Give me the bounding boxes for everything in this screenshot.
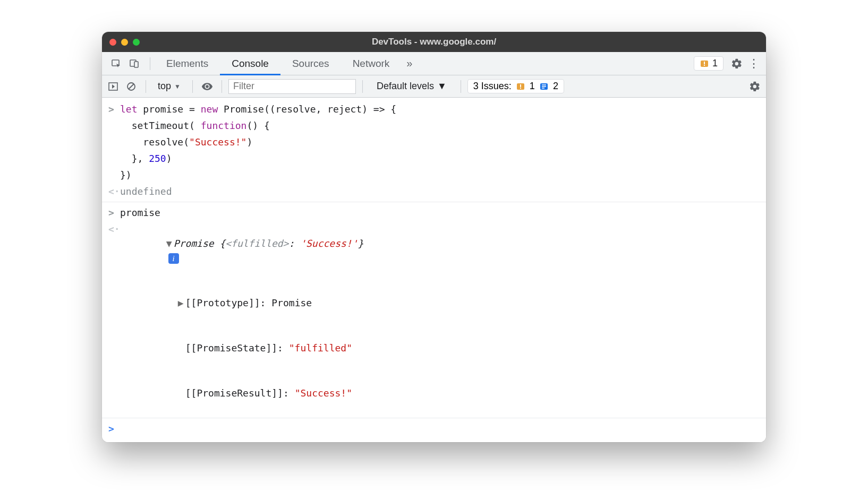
info-icon — [539, 82, 549, 91]
prompt-chevron-icon: > — [108, 421, 120, 436]
close-window-button[interactable] — [109, 39, 116, 46]
warning-icon — [700, 59, 709, 68]
console-output[interactable]: > let promise = new Promise((resolve, re… — [102, 98, 766, 442]
object-summary[interactable]: ▼Promise {<fulfilled>: 'Success!'} i — [120, 222, 363, 279]
object-property-row: [[PromiseResult]]: "Success!" — [102, 370, 766, 416]
tab-sources[interactable]: Sources — [280, 52, 341, 75]
svg-rect-5 — [704, 65, 705, 66]
code-line: }) — [120, 168, 132, 182]
divider — [146, 80, 146, 93]
code-line: promise — [120, 205, 160, 220]
svg-rect-11 — [520, 88, 521, 89]
expand-toggle-icon[interactable]: ▶ — [178, 296, 185, 310]
device-toolbar-icon[interactable] — [126, 56, 142, 72]
console-input-row: resolve("Success!") — [102, 134, 766, 150]
console-input-row: setTimeout( function() { — [102, 117, 766, 134]
issues-button[interactable]: 3 Issues: 1 2 — [467, 79, 564, 93]
log-levels-selector[interactable]: Default levels ▼ — [369, 81, 454, 92]
issues-label: 3 Issues: — [473, 81, 512, 92]
divider — [150, 57, 150, 70]
svg-rect-10 — [520, 84, 521, 87]
svg-rect-4 — [704, 62, 705, 64]
console-result-row: <· ▼Promise {<fulfilled>: 'Success!'} i — [102, 221, 766, 280]
warnings-badge[interactable]: 1 — [694, 56, 724, 71]
object-property: [[PromiseResult]]: "Success!" — [120, 372, 352, 415]
console-input-row: > let promise = new Promise((resolve, re… — [102, 101, 766, 117]
info-icon[interactable]: i — [168, 253, 179, 264]
inspect-element-icon[interactable] — [108, 56, 124, 72]
code-line: setTimeout( function() { — [120, 118, 270, 133]
live-expression-icon[interactable] — [199, 79, 215, 94]
divider — [362, 80, 363, 93]
more-menu-icon[interactable]: ⋮ — [745, 57, 763, 71]
code-line: resolve("Success!") — [120, 135, 252, 149]
context-selector[interactable]: top ▼ — [152, 80, 186, 93]
context-label: top — [158, 81, 171, 92]
console-toolbar: top ▼ Default levels ▼ 3 Issues: 1 2 — [102, 75, 766, 98]
console-prompt-row[interactable]: > — [102, 420, 766, 437]
expand-toggle-icon[interactable]: ▼ — [166, 236, 174, 251]
console-result-row: <· undefined — [102, 183, 766, 200]
devtools-window: DevTools - www.google.com/ Elements Cons… — [102, 32, 766, 442]
input-chevron-icon: > — [108, 102, 120, 116]
tab-console[interactable]: Console — [220, 52, 280, 75]
svg-rect-2 — [134, 62, 138, 67]
filter-input[interactable] — [228, 79, 356, 94]
maximize-window-button[interactable] — [133, 39, 140, 46]
chevron-down-icon: ▼ — [437, 81, 447, 92]
console-input-row: }, 250) — [102, 150, 766, 167]
row-separator — [102, 202, 766, 202]
settings-icon[interactable] — [729, 56, 745, 72]
warning-icon — [516, 82, 525, 91]
traffic-lights — [109, 39, 140, 46]
divider — [192, 80, 193, 93]
tabs-overflow-button[interactable]: » — [401, 57, 418, 70]
object-property-row: ▶[[Prototype]]: Promise — [102, 280, 766, 325]
object-property-row: [[PromiseState]]: "fulfilled" — [102, 325, 766, 370]
object-property: [[PromiseState]]: "fulfilled" — [120, 326, 352, 369]
svg-line-8 — [129, 84, 134, 89]
main-tabbar: Elements Console Sources Network » 1 ⋮ — [102, 52, 766, 75]
code-line: let promise = new Promise((resolve, reje… — [120, 102, 396, 116]
divider — [222, 80, 222, 93]
window-title: DevTools - www.google.com/ — [102, 37, 766, 47]
warnings-count: 1 — [712, 58, 718, 69]
issue-info-count: 2 — [553, 81, 558, 92]
toggle-sidebar-icon[interactable] — [105, 79, 121, 94]
minimize-window-button[interactable] — [121, 39, 128, 46]
tab-elements[interactable]: Elements — [155, 52, 220, 75]
chevron-down-icon: ▼ — [174, 83, 181, 90]
output-chevron-icon: <· — [108, 222, 120, 279]
clear-console-icon[interactable] — [123, 79, 139, 94]
console-input-row: > promise — [102, 204, 766, 221]
input-chevron-icon: > — [108, 205, 120, 220]
levels-label: Default levels — [377, 81, 434, 92]
titlebar: DevTools - www.google.com/ — [102, 32, 766, 52]
issue-warn-count: 1 — [530, 81, 535, 92]
console-settings-icon[interactable] — [747, 79, 763, 94]
row-separator — [102, 418, 766, 418]
result-undefined: undefined — [120, 184, 172, 199]
console-input-row: }) — [102, 167, 766, 183]
output-chevron-icon: <· — [108, 184, 120, 199]
object-property[interactable]: ▶[[Prototype]]: Promise — [120, 281, 312, 324]
tab-network[interactable]: Network — [341, 52, 402, 75]
code-line: }, 250) — [120, 151, 172, 166]
divider — [461, 80, 461, 93]
